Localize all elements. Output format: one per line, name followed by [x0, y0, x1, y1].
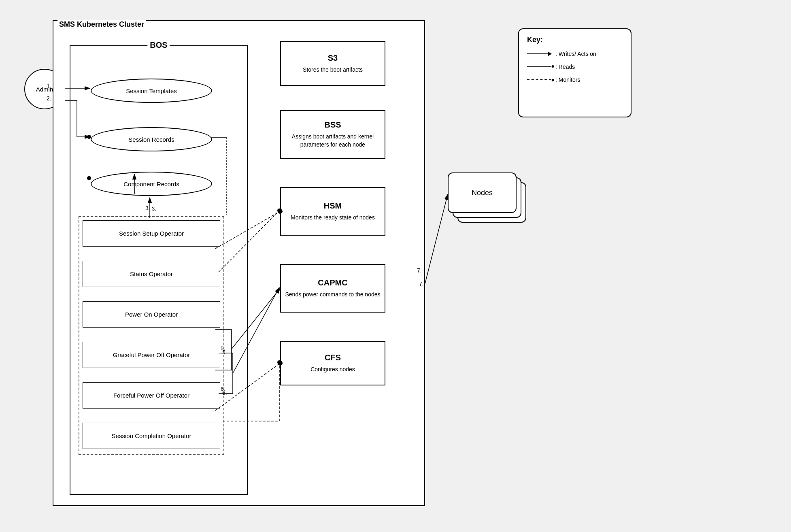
capmc-to-nodes [425, 194, 448, 283]
s3-service-box: S3 Stores the boot artifacts [280, 41, 385, 86]
hsm-desc: Monitors the ready state of nodes [291, 214, 375, 222]
key-writes-arrow-icon [527, 53, 551, 54]
graceful-power-off-label: Graceful Power Off Operator [113, 351, 190, 358]
component-records-label: Component Records [123, 181, 179, 187]
key-writes-item: : Writes/ Acts on [527, 51, 623, 57]
graceful-power-off-operator-box: Graceful Power Off Operator [83, 342, 220, 368]
component-records-ellipse: Component Records [91, 172, 212, 196]
nodes-label: Nodes [472, 189, 493, 197]
key-writes-label: : Writes/ Acts on [555, 51, 596, 57]
capmc-desc: Sends power commands to the nodes [285, 291, 380, 299]
bos-box: BOS Session Templates Session Records Co… [70, 45, 248, 495]
hsm-service-box: HSM Monitors the ready state of nodes [280, 187, 385, 236]
cfs-desc: Configures nodes [310, 366, 355, 374]
status-operator-box: Status Operator [83, 261, 220, 287]
step5-label: 5. [222, 349, 227, 355]
capmc-service-box: CAPMC Sends power commands to the nodes [280, 264, 385, 313]
session-setup-label: Session Setup Operator [119, 230, 184, 237]
forceful-power-off-operator-box: Forceful Power Off Operator [83, 382, 220, 409]
key-monitors-dashed-icon [527, 79, 551, 80]
sms-cluster-label: SMS Kubernetes Cluster [57, 20, 146, 29]
sms-cluster-box: SMS Kubernetes Cluster BOS Session Templ… [53, 20, 425, 506]
cfs-service-box: CFS Configures nodes [280, 341, 385, 385]
key-reads-label: : Reads [555, 64, 575, 70]
key-title: Key: [527, 36, 623, 44]
key-box: Key: : Writes/ Acts on : Reads : Monitor… [518, 28, 632, 117]
admin-label: Admin [36, 86, 53, 93]
bss-title: BSS [324, 120, 341, 130]
bos-label: BOS [147, 40, 170, 50]
capmc-title: CAPMC [318, 278, 347, 287]
cfs-title: CFS [325, 353, 341, 362]
session-records-ellipse: Session Records [91, 127, 212, 151]
bss-service-box: BSS Assigns boot artifacts and kernel pa… [280, 110, 385, 159]
step6-label: 6. [222, 389, 227, 396]
session-completion-label: Session Completion Operator [112, 432, 191, 439]
forceful-power-off-label: Forceful Power Off Operator [113, 392, 189, 399]
key-monitors-label: : Monitors [555, 77, 580, 83]
session-templates-label: Session Templates [126, 87, 177, 94]
hsm-title: HSM [324, 201, 342, 211]
power-on-operator-box: Power On Operator [83, 301, 220, 328]
session-templates-ellipse: Session Templates [91, 79, 212, 103]
step7-label: 7. [417, 267, 422, 274]
status-operator-label: Status Operator [130, 270, 173, 277]
power-on-label: Power On Operator [125, 311, 178, 318]
key-reads-item: : Reads [527, 64, 623, 70]
bss-desc: Assigns boot artifacts and kernel parame… [285, 133, 381, 149]
key-reads-dot-icon [527, 66, 551, 67]
s3-title: S3 [328, 53, 338, 63]
session-setup-operator-box: Session Setup Operator [83, 220, 220, 247]
s3-desc: Stores the boot artifacts [303, 66, 363, 74]
session-records-label: Session Records [128, 136, 174, 143]
session-completion-operator-box: Session Completion Operator [83, 423, 220, 449]
dashed-operator-box [79, 216, 224, 455]
step3-label: 3. [145, 205, 150, 211]
node-box-front: Nodes [448, 172, 517, 213]
key-monitors-item: : Monitors [527, 77, 623, 83]
